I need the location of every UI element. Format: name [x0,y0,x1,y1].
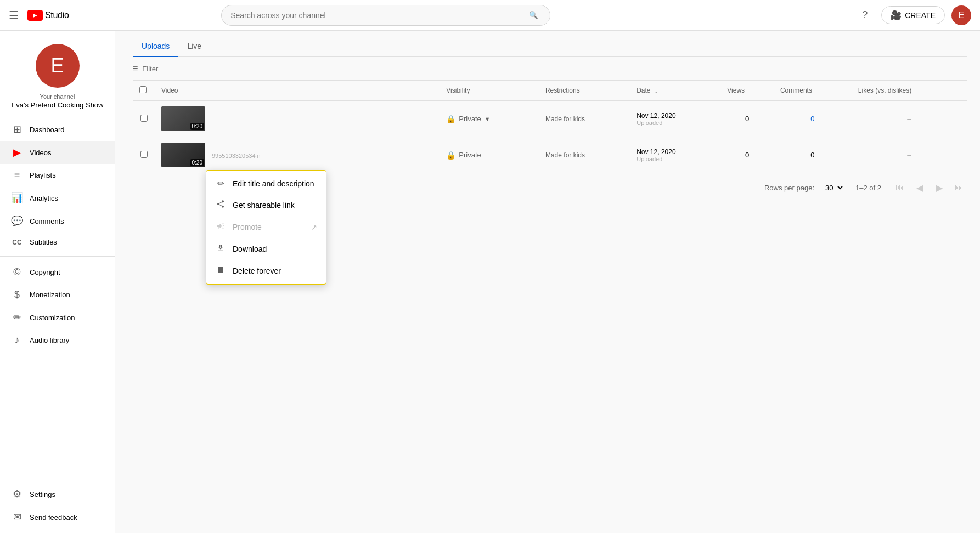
tabs: Uploads Live [133,36,967,57]
help-button[interactable]: ? [855,5,875,25]
row-checkbox-cell [133,101,155,137]
tab-uploads[interactable]: Uploads [133,36,178,57]
hamburger-icon[interactable]: ☰ [9,9,19,22]
search-input[interactable] [222,7,517,24]
sidebar-item-label: Analytics [30,194,58,202]
video-id: 9955103320534 n [212,152,261,159]
analytics-icon: 📊 [11,192,23,204]
sidebar-item-label: Videos [30,149,52,157]
video-thumbnail: 0:20 [161,143,205,167]
likes-cell: – [852,101,967,137]
col-likes: Likes (vs. dislikes) [852,81,967,101]
thumb-cell: 0:20 9955103320534 n [161,143,433,167]
views-cell: 0 [720,101,774,137]
col-visibility: Visibility [440,81,539,101]
sidebar-item-label: Playlists [30,171,56,179]
filter-icon: ≡ [133,64,138,73]
channel-name: Eva's Pretend Cooking Show [12,101,104,109]
comments-cell[interactable]: 0 [774,101,852,137]
context-menu-share-label: Get shareable link [233,201,295,209]
video-cell: 0:20 [155,101,440,137]
row-checkbox[interactable] [140,151,148,158]
camera-icon: 🎥 [891,10,902,20]
visibility-dropdown[interactable]: ▼ [485,116,491,122]
user-avatar[interactable]: E [951,5,971,25]
create-label: CREATE [905,11,936,20]
channel-label: Your channel [40,93,75,100]
next-page-button[interactable]: ▶ [932,180,947,195]
thumb-duration: 0:20 [190,123,204,130]
logo-text: Studio [45,10,69,20]
context-menu-edit[interactable]: ✏ Edit title and description [206,173,326,194]
visibility-label: Private [459,115,481,123]
table-row: 0:20 🔒 Private ▼ [133,101,967,137]
visibility-label: Private [459,151,481,159]
sidebar-item-videos[interactable]: ▶ Videos [0,141,115,164]
create-button[interactable]: 🎥 CREATE [881,6,945,24]
date-cell: Nov 12, 2020 Uploaded [630,101,720,137]
select-all-col [133,81,155,101]
restriction-cell: Made for kids [539,137,630,173]
prev-page-button[interactable]: ◀ [912,180,927,195]
visibility-cell: 🔒 Private [440,137,539,173]
topbar: ☰ Studio 🔍 ? 🎥 CREATE E [0,0,980,31]
dashboard-icon: ⊞ [11,123,23,135]
private-icon: 🔒 [446,151,455,160]
search-button[interactable]: 🔍 [517,5,550,25]
select-all-checkbox[interactable] [139,86,147,93]
date-cell: Nov 12, 2020 Uploaded [630,137,720,173]
youtube-logo-icon [27,10,43,21]
video-cell: 0:20 9955103320534 n [155,137,440,173]
filter-bar: ≡ [133,57,967,81]
row-checkbox[interactable] [140,115,148,122]
col-video: Video [155,81,440,101]
visibility-cell: 🔒 Private ▼ [440,101,539,137]
context-menu-share[interactable]: Get shareable link [206,194,326,215]
col-comments: Comments [774,81,852,101]
context-menu-edit-label: Edit title and description [233,179,314,188]
video-table: Video Visibility Restrictions Date ↓ Vie… [133,81,967,173]
search-bar: 🔍 [221,5,550,26]
edit-icon: ✏ [215,178,226,189]
channel-info: E Your channel Eva's Pretend Cooking Sho… [0,31,115,118]
context-menu: ✏ Edit title and description Get shareab… [206,170,326,215]
col-restrictions: Restrictions [539,81,630,101]
video-info: 9955103320534 n [212,151,261,159]
thumb-duration: 0:20 [190,159,204,166]
table-header-row: Video Visibility Restrictions Date ↓ Vie… [133,81,967,101]
views-cell: 0 [720,137,774,173]
comments-cell: 0 [774,137,852,173]
filter-input[interactable] [142,65,967,73]
restriction-badge: Made for kids [545,151,585,159]
restriction-badge: Made for kids [545,115,585,123]
rows-per-page-select[interactable]: 30 [821,182,844,194]
sidebar: E Your channel Eva's Pretend Cooking Sho… [0,31,115,215]
help-icon: ? [862,9,868,21]
col-date[interactable]: Date ↓ [630,81,720,101]
col-views: Views [720,81,774,101]
share-icon [215,200,226,211]
topbar-right: ? 🎥 CREATE E [855,5,971,25]
sidebar-item-comments[interactable]: 💬 Comments [0,209,115,215]
sidebar-item-playlists[interactable]: ≡ Playlists [0,164,115,186]
sidebar-item-analytics[interactable]: 📊 Analytics [0,186,115,209]
restriction-cell: Made for kids [539,101,630,137]
private-icon: 🔒 [446,115,455,123]
topbar-left: ☰ Studio [9,9,69,22]
last-page-button[interactable]: ⏭ [951,180,967,195]
first-page-button[interactable]: ⏮ [892,180,908,195]
sort-arrow-icon: ↓ [655,87,658,94]
playlists-icon: ≡ [11,169,23,181]
sidebar-item-dashboard[interactable]: ⊞ Dashboard [0,118,115,141]
nav-items: ⊞ Dashboard ▶ Videos ≡ Playlists 📊 Analy… [0,118,115,215]
channel-avatar: E [36,44,80,88]
sidebar-item-label: Dashboard [30,126,65,134]
row-checkbox-cell [133,137,155,173]
thumb-cell: 0:20 [161,106,433,131]
videos-icon: ▶ [11,146,23,158]
tab-live[interactable]: Live [178,36,210,57]
table-row: 0:20 9955103320534 n 🔒 Private [133,137,967,173]
likes-cell: – [852,137,967,173]
page-info: 1–2 of 2 [855,184,881,192]
logo: Studio [27,10,69,21]
